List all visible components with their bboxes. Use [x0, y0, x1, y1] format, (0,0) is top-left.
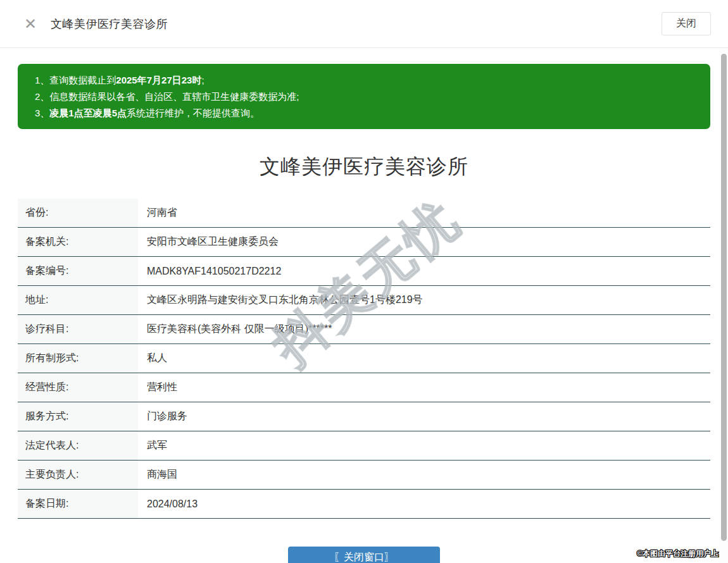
row-label: 地址: [18, 286, 138, 314]
scrollbar-track[interactable] [719, 49, 728, 563]
row-value: 营利性 [138, 373, 710, 402]
row-label: 经营性质: [18, 373, 138, 402]
table-row-service-mode: 服务方式: 门诊服务 [18, 402, 710, 431]
notice-line-1-number: 1、 [35, 75, 49, 85]
table-row-filing-authority: 备案机关: 安阳市文峰区卫生健康委员会 [18, 228, 710, 257]
table-row-filing-date: 备案日期: 2024/08/13 [18, 490, 710, 519]
close-window-button[interactable]: 〖关闭窗口〗 [288, 547, 440, 563]
table-row-filing-number: 备案编号: MADK8YAF141050217D2212 [18, 257, 710, 286]
row-value: 文峰区永明路与建安街交叉口东北角京林公园壹号1号楼219号 [138, 286, 710, 314]
notice-line-2: 2、信息数据结果以各省、自治区、直辖市卫生健康委数据为准; [35, 89, 698, 105]
close-button[interactable]: 关闭 [662, 12, 711, 35]
row-label: 省份: [18, 199, 138, 227]
notice-line-3-tail: 系统进行维护，不能提供查询。 [127, 108, 260, 118]
table-row-principal: 主要负责人: 商海国 [18, 461, 710, 490]
row-value: 医疗美容科(美容外科 仅限一级项目)****** [138, 315, 710, 343]
table-row-province: 省份: 河南省 [18, 199, 710, 228]
header-bar: ✕ 文峰美伊医疗美容诊所 关闭 [0, 0, 728, 48]
notice-line-2-text: 信息数据结果以各省、自治区、直辖市卫生健康委数据为准; [49, 91, 299, 102]
row-value: 河南省 [138, 199, 710, 227]
table-row-medical-subjects: 诊疗科目: 医疗美容科(美容外科 仅限一级项目)****** [18, 315, 710, 344]
row-label: 服务方式: [18, 402, 138, 431]
row-label: 备案日期: [18, 490, 138, 518]
notice-line-1-tail: ; [201, 75, 204, 85]
table-row-address: 地址: 文峰区永明路与建安街交叉口东北角京林公园壹号1号楼219号 [18, 286, 710, 315]
row-value: MADK8YAF141050217D2212 [138, 257, 710, 285]
notice-banner: 1、查询数据截止到2025年7月27日23时; 2、信息数据结果以各省、自治区、… [18, 64, 710, 129]
row-label: 备案机关: [18, 228, 138, 256]
page-title: 文峰美伊医疗美容诊所 [51, 16, 168, 32]
notice-line-2-number: 2、 [35, 91, 49, 102]
notice-line-1-bold: 2025年7月27日23时 [116, 75, 201, 85]
row-value: 武军 [138, 431, 710, 460]
clinic-name-title: 文峰美伊医疗美容诊所 [0, 153, 728, 181]
row-value: 商海国 [138, 461, 710, 489]
row-value: 安阳市文峰区卫生健康委员会 [138, 228, 710, 256]
row-label: 主要负责人: [18, 461, 138, 489]
scrollbar-thumb[interactable] [721, 54, 727, 541]
row-value: 2024/08/13 [138, 490, 710, 518]
table-row-business-nature: 经营性质: 营利性 [18, 373, 710, 402]
row-label: 诊疗科目: [18, 315, 138, 343]
row-value: 私人 [138, 344, 710, 373]
notice-line-3-number: 3、 [35, 108, 49, 118]
clinic-info-table: 省份: 河南省 备案机关: 安阳市文峰区卫生健康委员会 备案编号: MADK8Y… [18, 199, 710, 519]
notice-line-3-bold: 凌晨1点至凌晨5点 [49, 108, 127, 118]
row-label: 备案编号: [18, 257, 138, 285]
row-label: 所有制形式: [18, 344, 138, 373]
row-label: 法定代表人: [18, 431, 138, 460]
notice-line-1: 1、查询数据截止到2025年7月27日23时; [35, 72, 698, 89]
row-value: 门诊服务 [138, 402, 710, 431]
bottom-button-area: 〖关闭窗口〗 [0, 547, 728, 563]
table-row-legal-representative: 法定代表人: 武军 [18, 431, 710, 461]
table-row-ownership: 所有制形式: 私人 [18, 344, 710, 373]
close-x-icon[interactable]: ✕ [24, 16, 37, 32]
notice-line-1-text: 查询数据截止到 [49, 75, 116, 85]
notice-line-3: 3、凌晨1点至凌晨5点系统进行维护，不能提供查询。 [35, 105, 698, 121]
